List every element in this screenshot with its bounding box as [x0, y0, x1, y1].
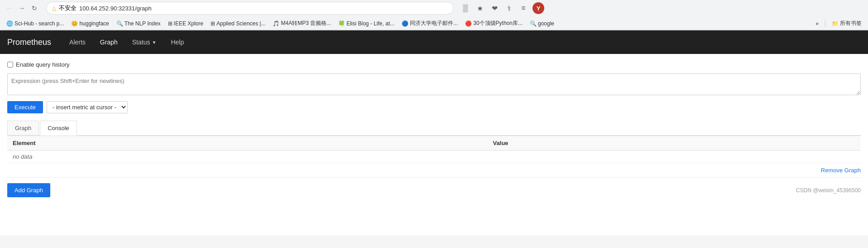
remove-graph-button[interactable]: Remove Graph	[821, 167, 861, 174]
bookmarks-folder-label: 所有书签	[840, 19, 862, 27]
expression-input[interactable]	[7, 73, 861, 95]
tab-console[interactable]: Console	[40, 121, 77, 136]
translate-icon[interactable]: ▒	[460, 3, 471, 14]
results-section: Element Value no data	[7, 136, 861, 163]
main-content: Enable query history Execute - insert me…	[0, 54, 868, 235]
column-value: Value	[488, 136, 861, 151]
query-controls: Execute - insert metric at cursor -	[7, 101, 861, 113]
bookmarks-folder[interactable]: 📁 所有书签	[829, 19, 864, 28]
bookmark-m4a-label: M4A转MP3 音频格...	[281, 19, 331, 27]
bookmarks-divider	[825, 20, 825, 27]
nav-link-alerts[interactable]: Alerts	[62, 30, 93, 54]
query-history-label[interactable]: Enable query history	[16, 61, 70, 68]
bookmarks-bar: 🌐 Sci-Hub - search p... 😊 huggingface 🔍 …	[0, 17, 868, 30]
nav-link-help[interactable]: Help	[163, 30, 191, 54]
bookmark-heart-icon[interactable]: ❤	[489, 3, 500, 14]
ieee-icon: ⊞	[168, 20, 173, 27]
bookmarks-more-button[interactable]: »	[813, 19, 821, 28]
result-tabs: Graph Console	[7, 121, 861, 136]
bookmark-ieee-label: IEEE Xplore	[174, 20, 203, 27]
address-bar-row: ← → ↻ △ 不安全 100.64.252.90:32331/graph ▒ …	[0, 0, 868, 17]
applied-sciences-icon: ⊞	[211, 20, 215, 27]
bookmark-google[interactable]: 🔍 google	[527, 19, 557, 28]
huggingface-icon: 😊	[71, 20, 78, 27]
bookmark-sci-hub-label: Sci-Hub - search p...	[14, 20, 64, 27]
bookmark-applied-sciences-label: Applied Sciences |...	[216, 20, 266, 27]
bookmark-tongji[interactable]: 🔵 同济大学电子邮件...	[399, 19, 460, 28]
footer-brand: CSDN @weixin_45396500	[796, 187, 861, 194]
bookmark-elisi-label: Elisi Blog - Life, at...	[346, 20, 394, 27]
extensions-icon[interactable]: ⚕	[504, 3, 514, 14]
profile-avatar[interactable]: Y	[532, 2, 544, 14]
security-warning-label: 不安全	[59, 4, 77, 12]
security-warning-icon: △	[52, 5, 56, 11]
bookmark-tongji-label: 同济大学电子邮件...	[410, 19, 458, 27]
query-history-checkbox[interactable]	[7, 62, 13, 68]
nav-buttons: ← → ↻	[4, 3, 40, 14]
bookmark-sci-hub[interactable]: 🌐 Sci-Hub - search p...	[4, 19, 67, 28]
back-button[interactable]: ←	[4, 3, 14, 14]
bookmark-huggingface[interactable]: 😊 huggingface	[68, 19, 111, 28]
bookmark-nlp-index[interactable]: 🔍 The NLP Index	[114, 19, 163, 28]
status-dropdown-arrow: ▼	[152, 40, 156, 45]
m4a-icon: 🎵	[273, 20, 279, 27]
python-icon: 🔴	[465, 20, 472, 27]
prometheus-nav-links: Alerts Graph Status ▼ Help	[62, 30, 191, 54]
bookmark-python[interactable]: 🔴 30个顶级Python库...	[462, 19, 525, 28]
url-text: 100.64.252.90:32331/graph	[79, 5, 448, 12]
browser-toolbar-icons: ▒ ★ ❤ ⚕ ≡ Y	[460, 2, 544, 14]
folder-icon: 📁	[832, 20, 839, 27]
results-table-body: no data	[7, 151, 861, 163]
bookmark-applied-sciences[interactable]: ⊞ Applied Sciences |...	[208, 19, 269, 28]
add-graph-section: Add Graph CSDN @weixin_45396500	[7, 177, 861, 203]
cell-element: no data	[7, 151, 488, 163]
elisi-icon: 🍀	[338, 20, 345, 27]
forward-button[interactable]: →	[16, 3, 27, 14]
nav-link-graph[interactable]: Graph	[93, 30, 125, 54]
nlp-index-icon: 🔍	[116, 20, 123, 27]
tab-graph[interactable]: Graph	[7, 121, 39, 135]
star-icon[interactable]: ★	[475, 3, 485, 14]
nav-link-status[interactable]: Status ▼	[125, 30, 164, 54]
reload-button[interactable]: ↻	[29, 3, 40, 14]
bookmark-huggingface-label: huggingface	[79, 20, 109, 27]
sci-hub-icon: 🌐	[6, 20, 13, 27]
prometheus-navbar: Prometheus Alerts Graph Status ▼ Help	[0, 30, 868, 54]
metric-select[interactable]: - insert metric at cursor -	[47, 101, 128, 113]
bookmark-ieee[interactable]: ⊞ IEEE Xplore	[165, 19, 206, 28]
results-header-row: Element Value	[7, 136, 861, 151]
google-icon: 🔍	[530, 20, 537, 27]
add-graph-button[interactable]: Add Graph	[7, 183, 50, 197]
address-bar[interactable]: △ 不安全 100.64.252.90:32331/graph	[46, 2, 454, 15]
bookmark-m4a[interactable]: 🎵 M4A转MP3 音频格...	[270, 19, 334, 28]
prometheus-brand[interactable]: Prometheus	[7, 38, 51, 47]
bookmarks-more: » 📁 所有书签	[813, 19, 864, 28]
results-table: Element Value no data	[7, 136, 861, 163]
menu-icon[interactable]: ≡	[518, 3, 529, 14]
bookmark-google-label: google	[538, 20, 554, 27]
table-row: no data	[7, 151, 861, 163]
query-history-row: Enable query history	[7, 61, 861, 68]
bookmark-elisi[interactable]: 🍀 Elisi Blog - Life, at...	[336, 19, 397, 28]
results-table-header: Element Value	[7, 136, 861, 151]
column-element: Element	[7, 136, 488, 151]
execute-button[interactable]: Execute	[7, 101, 43, 113]
bookmark-python-label: 30个顶级Python库...	[473, 19, 523, 27]
cell-value	[488, 151, 861, 163]
browser-chrome: ← → ↻ △ 不安全 100.64.252.90:32331/graph ▒ …	[0, 0, 868, 30]
remove-graph-row: Remove Graph	[7, 163, 861, 177]
bookmark-nlp-label: The NLP Index	[125, 20, 161, 27]
tongji-icon: 🔵	[402, 20, 408, 27]
